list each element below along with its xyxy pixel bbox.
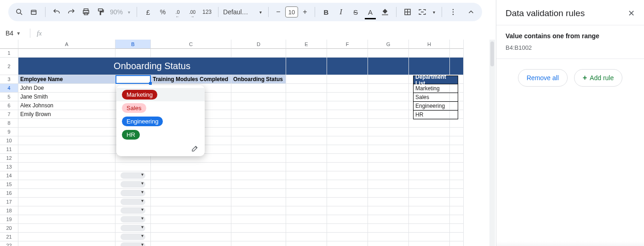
- cell-D12[interactable]: [231, 154, 286, 163]
- cell-D17[interactable]: [231, 198, 286, 206]
- more-formats-button[interactable]: 123: [201, 6, 213, 18]
- cell-C13[interactable]: [151, 163, 231, 171]
- row-header-19[interactable]: 19: [0, 215, 18, 224]
- cell-B17[interactable]: [115, 198, 151, 206]
- cell-E18[interactable]: [286, 206, 327, 215]
- dropdown-chip[interactable]: [121, 234, 145, 240]
- cell-I22[interactable]: [450, 241, 464, 246]
- cell-G19[interactable]: [368, 215, 409, 224]
- cell-I12[interactable]: [450, 154, 464, 163]
- cell-B22[interactable]: [115, 241, 151, 246]
- cell-F10[interactable]: [327, 136, 368, 145]
- dept-list-header[interactable]: Department List: [413, 76, 458, 84]
- cell-F6[interactable]: [327, 101, 368, 110]
- undo-icon[interactable]: [50, 6, 63, 18]
- cell-G5[interactable]: [368, 93, 409, 101]
- header-cell-B[interactable]: Department: [115, 75, 151, 84]
- remove-all-button[interactable]: Remove all: [518, 69, 568, 87]
- cell-G17[interactable]: [368, 198, 409, 206]
- cell-E11[interactable]: [286, 145, 327, 154]
- row-header-6[interactable]: 6: [0, 101, 18, 110]
- cell-F4[interactable]: [327, 84, 368, 93]
- cell-A22[interactable]: [18, 241, 115, 246]
- header-cell-D[interactable]: Onboarding Status: [231, 75, 286, 84]
- dropdown-edit-button[interactable]: [116, 141, 205, 154]
- row-header-10[interactable]: 10: [0, 136, 18, 145]
- row-header-12[interactable]: 12: [0, 154, 18, 163]
- row-header-16[interactable]: 16: [0, 189, 18, 198]
- cell-B16[interactable]: [115, 189, 151, 198]
- cell-I8[interactable]: [450, 119, 464, 128]
- cell-B1[interactable]: [115, 49, 151, 58]
- more-toolbar-icon[interactable]: [447, 6, 460, 18]
- cell-C21[interactable]: [151, 233, 231, 241]
- cell-G21[interactable]: [368, 233, 409, 241]
- cell-E22[interactable]: [286, 241, 327, 246]
- paint-format-icon[interactable]: [94, 6, 107, 18]
- cell-A9[interactable]: [18, 128, 115, 136]
- cell-E8[interactable]: [286, 119, 327, 128]
- cell-A17[interactable]: [18, 198, 115, 206]
- dropdown-chip[interactable]: [121, 199, 145, 205]
- zoom-dropdown-icon[interactable]: ▾: [126, 6, 132, 18]
- row-header-7[interactable]: 7: [0, 110, 18, 119]
- zoom-level[interactable]: 90%: [110, 8, 123, 16]
- cell-D20[interactable]: [231, 224, 286, 233]
- cell-B14[interactable]: [115, 171, 151, 180]
- cell-G8[interactable]: [368, 119, 409, 128]
- bold-button[interactable]: B: [320, 6, 333, 18]
- redo-icon[interactable]: [65, 6, 78, 18]
- cell-D4[interactable]: [231, 84, 286, 93]
- cell-D15[interactable]: [231, 180, 286, 189]
- vertical-scrollbar[interactable]: [489, 40, 495, 246]
- dropdown-chip[interactable]: [121, 216, 145, 223]
- cell-B18[interactable]: [115, 206, 151, 215]
- sheet-title-cell[interactable]: Onboarding Status: [18, 58, 286, 75]
- dropdown-chip[interactable]: [121, 225, 145, 231]
- cell-C20[interactable]: [151, 224, 231, 233]
- cell-F12[interactable]: [327, 154, 368, 163]
- cell-C18[interactable]: [151, 206, 231, 215]
- cell-E4[interactable]: [286, 84, 327, 93]
- cell-A6[interactable]: Alex Johnson: [18, 101, 115, 110]
- cell-G22[interactable]: [368, 241, 409, 246]
- cell-D19[interactable]: [231, 215, 286, 224]
- cell-I20[interactable]: [450, 224, 464, 233]
- cell-C15[interactable]: [151, 180, 231, 189]
- cell-F22[interactable]: [327, 241, 368, 246]
- cell-F18[interactable]: [327, 206, 368, 215]
- cell-G1[interactable]: [368, 49, 409, 58]
- cell-B20[interactable]: [115, 224, 151, 233]
- currency-format-button[interactable]: £: [142, 6, 155, 18]
- cell-I15[interactable]: [450, 180, 464, 189]
- cell-H21[interactable]: [409, 233, 450, 241]
- row-header-8[interactable]: 8: [0, 119, 18, 128]
- cell-F2[interactable]: [327, 58, 368, 75]
- cell-A7[interactable]: Emily Brown: [18, 110, 115, 119]
- dept-list-item[interactable]: Sales: [413, 93, 458, 102]
- validation-rule-card[interactable]: Value contains one from range B4:B1002: [496, 25, 644, 59]
- cell-A8[interactable]: [18, 119, 115, 128]
- cell-A11[interactable]: [18, 145, 115, 154]
- cell-H2[interactable]: [409, 58, 450, 75]
- percent-format-button[interactable]: %: [156, 6, 169, 18]
- row-header-22[interactable]: 22: [0, 241, 18, 246]
- font-dropdown-icon[interactable]: ▾: [257, 6, 264, 18]
- name-box[interactable]: B4 ▼: [3, 29, 23, 38]
- cell-G10[interactable]: [368, 136, 409, 145]
- row-header-13[interactable]: 13: [0, 163, 18, 171]
- row-header-4[interactable]: 4: [0, 84, 18, 93]
- font-family-select[interactable]: Defaul…: [223, 8, 255, 16]
- cell-G12[interactable]: [368, 154, 409, 163]
- fill-color-button[interactable]: [379, 6, 391, 18]
- cell-I17[interactable]: [450, 198, 464, 206]
- row-header-2[interactable]: 2: [0, 58, 18, 75]
- cell-D9[interactable]: [231, 128, 286, 136]
- cell-I18[interactable]: [450, 206, 464, 215]
- merge-cells-button[interactable]: [416, 6, 429, 18]
- cell-H19[interactable]: [409, 215, 450, 224]
- italic-button[interactable]: I: [334, 6, 347, 18]
- cell-D6[interactable]: [231, 101, 286, 110]
- cell-G9[interactable]: [368, 128, 409, 136]
- name-box-dropdown-icon[interactable]: ▼: [16, 31, 21, 36]
